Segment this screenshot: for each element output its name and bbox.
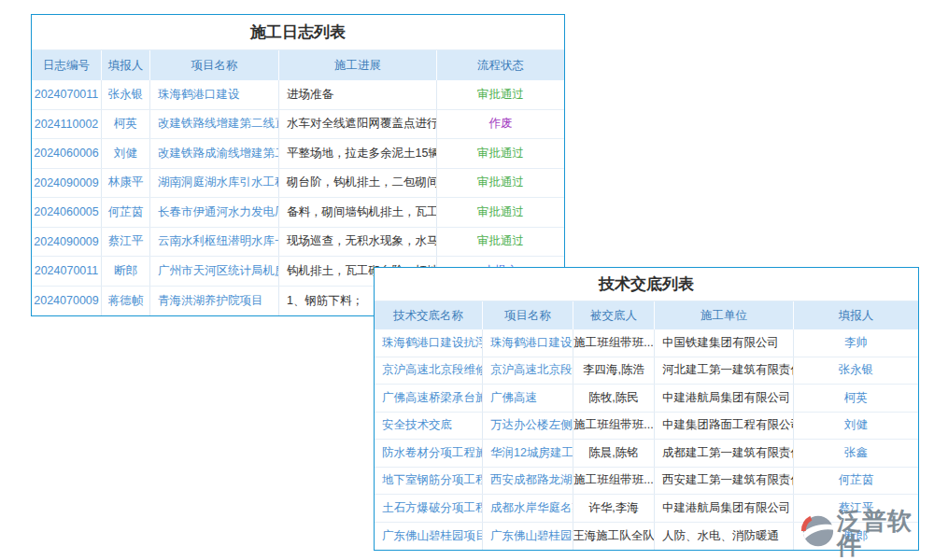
status-cell[interactable]: 审批通过 <box>437 198 564 227</box>
unit-cell: 成都建工第一建筑有限责任公司 <box>655 440 794 467</box>
status-cell[interactable]: 作废 <box>437 110 564 139</box>
reporter-cell[interactable]: 刘健 <box>102 139 150 168</box>
reporter-cell[interactable]: 蒋德帧 <box>102 287 150 316</box>
project-name-cell[interactable]: 湖南洞庭湖水库引水工程... <box>150 169 279 198</box>
column-header-disclosure-name: 技术交底名称 <box>375 301 483 329</box>
table-row: 2024060006刘健改建铁路成渝线增建第二...平整场地，拉走多余泥土15辆… <box>32 139 564 169</box>
log-id-cell[interactable]: 2024060005 <box>32 198 102 227</box>
disclosure-name-cell[interactable]: 广东佛山碧桂园项目... <box>375 523 483 551</box>
log-id-cell[interactable]: 2024110002 <box>32 110 102 139</box>
table-row: 2024060005何芷茵长春市伊通河水力发电厂...备料，砌间墙钩机排土，瓦工… <box>32 198 564 228</box>
construction-log-header-row: 日志编号 填报人 项目名称 施工进展 流程状态 <box>32 50 564 80</box>
table-row: 2024110002柯英改建铁路线增建第二线直...水车对全线遮阳网覆盖点进行.… <box>32 110 564 140</box>
reporter-cell[interactable]: 刘健 <box>794 413 918 440</box>
column-header-log-id: 日志编号 <box>32 50 102 80</box>
progress-cell: 备料，砌间墙钩机排土，瓦工... <box>279 198 437 227</box>
log-id-cell[interactable]: 2024090009 <box>32 228 102 257</box>
unit-cell: 河北建工第一建筑有限责任公司 <box>655 357 794 385</box>
project-name-cell[interactable]: 青海洪湖养护院项目 <box>150 287 279 316</box>
project-name-cell[interactable]: 珠海鹤港口建设 <box>483 329 573 357</box>
reporter-cell[interactable]: 柯英 <box>102 110 150 139</box>
project-name-cell[interactable]: 成都水岸华庭名苑... <box>483 495 573 522</box>
project-name-cell[interactable]: 西安成都路龙湖上... <box>483 468 573 495</box>
unit-cell: 中建港航局集团有限公司 <box>655 385 794 412</box>
reporter-cell[interactable]: 李帅 <box>794 329 918 357</box>
table-row: 2024090009蔡江平云南水利枢纽潜明水库一...现场巡查，无积水现象，水马… <box>32 228 564 258</box>
log-id-cell[interactable]: 2024060006 <box>32 139 102 168</box>
column-header-project: 项目名称 <box>483 301 573 329</box>
disclosure-name-cell[interactable]: 京沪高速北京段维修... <box>375 357 483 385</box>
progress-cell: 进场准备 <box>279 80 437 109</box>
reporter-cell[interactable]: 张永银 <box>102 80 150 109</box>
project-name-cell[interactable]: 广东佛山碧桂园项目 <box>483 523 573 551</box>
unit-cell: 西安建工第一建筑有限责任公司 <box>655 468 794 495</box>
receiver-cell: 施工班组带班... <box>573 413 655 440</box>
table-row: 广佛高速桥梁承台施...广佛高速陈牧,陈民中建港航局集团有限公司柯英 <box>375 385 918 413</box>
reporter-cell[interactable]: 何芷茵 <box>794 468 918 495</box>
table-row: 安全技术交底万达办公楼左侧A...施工班组带班...中建集团路面工程有限公司刘健 <box>375 413 918 441</box>
disclosure-name-cell[interactable]: 防水卷材分项工程施... <box>375 440 483 467</box>
unit-cell: 人防、水电、消防暖通 <box>655 523 794 551</box>
receiver-cell: 施工班组带班... <box>573 329 655 357</box>
table-row: 珠海鹤港口建设抗浮...珠海鹤港口建设施工班组带班...中国铁建集团有限公司李帅 <box>375 329 918 357</box>
project-name-cell[interactable]: 云南水利枢纽潜明水库一... <box>150 228 279 257</box>
disclosure-name-cell[interactable]: 安全技术交底 <box>375 413 483 440</box>
column-header-receiver: 被交底人 <box>573 301 655 329</box>
disclosure-name-cell[interactable]: 地下室钢筋分项工程... <box>375 468 483 495</box>
column-header-status: 流程状态 <box>437 50 564 80</box>
log-id-cell[interactable]: 2024070011 <box>32 257 102 286</box>
reporter-cell[interactable]: 张鑫 <box>794 440 918 467</box>
disclosure-name-cell[interactable]: 珠海鹤港口建设抗浮... <box>375 329 483 357</box>
status-cell[interactable]: 审批通过 <box>437 139 564 168</box>
project-name-cell[interactable]: 京沪高速北京段维修 <box>483 357 573 385</box>
progress-cell: 砌台阶，钩机排土，二包砌间... <box>279 169 437 198</box>
reporter-cell[interactable]: 何芷茵 <box>102 198 150 227</box>
status-cell[interactable]: 审批通过 <box>437 228 564 257</box>
project-name-cell[interactable]: 珠海鹤港口建设 <box>150 80 279 109</box>
receiver-cell: 许华,李海 <box>573 495 655 522</box>
fanpu-logo-icon <box>800 513 835 553</box>
construction-log-title: 施工日志列表 <box>32 15 564 50</box>
column-header-progress: 施工进展 <box>279 50 437 80</box>
receiver-cell: 施工班组带班... <box>573 468 655 495</box>
receiver-cell: 王海施工队全队 <box>573 523 655 551</box>
reporter-cell[interactable]: 柯英 <box>794 385 918 412</box>
project-name-cell[interactable]: 长春市伊通河水力发电厂... <box>150 198 279 227</box>
log-id-cell[interactable]: 2024070011 <box>32 80 102 109</box>
disclosure-name-cell[interactable]: 广佛高速桥梁承台施... <box>375 385 483 412</box>
technical-disclosure-header-row: 技术交底名称 项目名称 被交底人 施工单位 填报人 <box>375 301 918 329</box>
reporter-cell[interactable]: 张永银 <box>794 357 918 385</box>
unit-cell: 中建港航局集团有限公司 <box>655 495 794 522</box>
table-row: 2024090009林康平湖南洞庭湖水库引水工程...砌台阶，钩机排土，二包砌间… <box>32 169 564 199</box>
progress-cell: 现场巡查，无积水现象，水马... <box>279 228 437 257</box>
project-name-cell[interactable]: 广州市天河区统计局机房... <box>150 257 279 286</box>
unit-cell: 中国铁建集团有限公司 <box>655 329 794 357</box>
status-cell[interactable]: 审批通过 <box>437 80 564 109</box>
project-name-cell[interactable]: 华润12城房建工... <box>483 440 573 467</box>
column-header-reporter: 填报人 <box>794 301 918 329</box>
receiver-cell: 陈晨,陈铭 <box>573 440 655 467</box>
project-name-cell[interactable]: 广佛高速 <box>483 385 573 412</box>
technical-disclosure-title: 技术交底列表 <box>375 268 918 301</box>
table-row: 防水卷材分项工程施...华润12城房建工...陈晨,陈铭成都建工第一建筑有限责任… <box>375 440 918 468</box>
log-id-cell[interactable]: 2024090009 <box>32 169 102 198</box>
status-cell[interactable]: 审批通过 <box>437 169 564 198</box>
table-row: 京沪高速北京段维修...京沪高速北京段维修李四海,陈浩河北建工第一建筑有限责任公… <box>375 357 918 385</box>
project-name-cell[interactable]: 改建铁路成渝线增建第二... <box>150 139 279 168</box>
reporter-cell[interactable]: 断郎 <box>102 257 150 286</box>
column-header-reporter: 填报人 <box>102 50 150 80</box>
table-row: 2024070011张永银珠海鹤港口建设进场准备审批通过 <box>32 80 564 110</box>
progress-cell: 水车对全线遮阳网覆盖点进行... <box>279 110 437 139</box>
receiver-cell: 李四海,陈浩 <box>573 357 655 385</box>
log-id-cell[interactable]: 2024070009 <box>32 287 102 316</box>
unit-cell: 中建集团路面工程有限公司 <box>655 413 794 440</box>
project-name-cell[interactable]: 改建铁路线增建第二线直... <box>150 110 279 139</box>
column-header-project: 项目名称 <box>150 50 279 80</box>
reporter-cell[interactable]: 林康平 <box>102 169 150 198</box>
column-header-unit: 施工单位 <box>655 301 794 329</box>
reporter-cell[interactable]: 蔡江平 <box>102 228 150 257</box>
project-name-cell[interactable]: 万达办公楼左侧A... <box>483 413 573 440</box>
table-row: 地下室钢筋分项工程...西安成都路龙湖上...施工班组带班...西安建工第一建筑… <box>375 468 918 496</box>
disclosure-name-cell[interactable]: 土石方爆破分项工程... <box>375 495 483 522</box>
receiver-cell: 陈牧,陈民 <box>573 385 655 412</box>
